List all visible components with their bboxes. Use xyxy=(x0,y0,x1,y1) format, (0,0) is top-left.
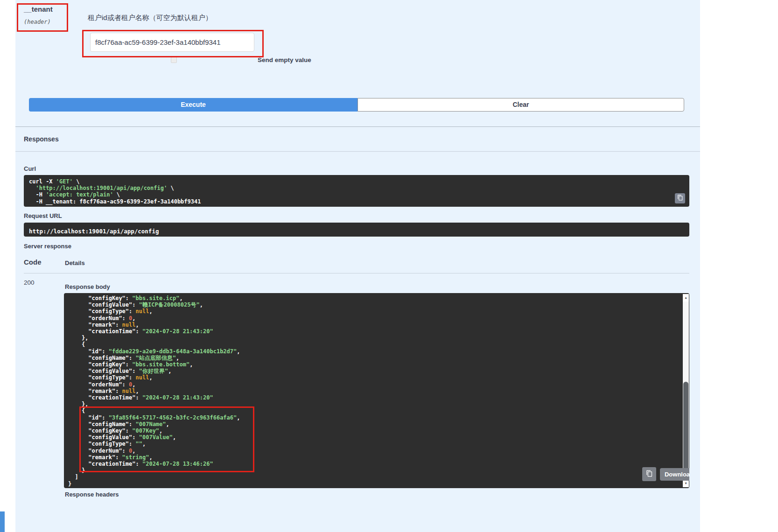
code-token xyxy=(68,441,88,447)
code-token: : xyxy=(129,374,135,381)
code-token: , xyxy=(179,295,182,301)
code-token: : xyxy=(129,355,135,361)
code-token: "remark" xyxy=(88,388,115,394)
code-token xyxy=(68,394,88,401)
code-token: : xyxy=(115,454,122,461)
code-token: "" xyxy=(136,441,142,447)
code-token: , xyxy=(149,374,152,381)
code-token: -H xyxy=(29,191,46,198)
tenant-input[interactable] xyxy=(90,33,254,52)
code-token: "2024-07-28 21:43:20" xyxy=(142,328,213,335)
code-line: "configName": "007Name", xyxy=(68,421,677,427)
code-line: "configValue": "赣ICP备20008025号", xyxy=(68,301,677,308)
response-body-label: Response body xyxy=(65,283,110,290)
code-token: : xyxy=(126,361,132,368)
code-token xyxy=(68,448,88,454)
response-body-block: "configKey": "bbs.site.icp", "configValu… xyxy=(64,293,689,488)
code-token xyxy=(68,308,88,315)
code-token xyxy=(68,295,88,301)
code-token: curl xyxy=(29,178,42,185)
code-token: , xyxy=(166,421,169,427)
code-line: "id": "fddae229-a2e9-ddb3-648a-3a140bc1b… xyxy=(68,348,677,355)
code-token: : xyxy=(136,328,142,335)
code-token: , xyxy=(168,368,171,374)
scroll-up-icon[interactable]: ▲ xyxy=(683,294,689,301)
code-token: "id" xyxy=(88,414,102,421)
code-token: , xyxy=(237,348,240,355)
code-token: , xyxy=(173,434,176,441)
code-token xyxy=(29,185,35,191)
code-line: "configKey": "bbs.site.icp", xyxy=(68,295,677,301)
code-token: "id" xyxy=(88,348,102,355)
curl-label: Curl xyxy=(24,165,36,172)
code-token: : xyxy=(122,448,129,454)
curl-command-block: curl -X 'GET' \ 'http://localhost:19001/… xyxy=(24,175,689,207)
send-empty-label: Send empty value xyxy=(258,56,311,63)
code-token: "configValue" xyxy=(88,368,132,374)
code-token: : xyxy=(129,441,135,447)
code-line: { xyxy=(68,407,677,414)
status-code: 200 xyxy=(24,279,35,286)
code-line: }, xyxy=(68,401,677,407)
code-token: : xyxy=(122,315,129,322)
code-token xyxy=(68,414,88,421)
code-line: "creationTime": "2024-07-28 21:43:20" xyxy=(68,394,677,401)
code-line: "orderNum": 0, xyxy=(68,315,677,322)
code-token: "creationTime" xyxy=(88,328,135,335)
code-line: 'http://localhost:19001/api/app/config' … xyxy=(29,185,671,191)
code-line: "configType": null, xyxy=(68,308,677,315)
code-token: "orderNum" xyxy=(88,381,122,388)
code-token: "2024-07-28 13:46:26" xyxy=(142,461,213,467)
code-token: "orderNum" xyxy=(88,315,122,322)
code-token: "configValue" xyxy=(88,434,132,441)
response-headers-label: Response headers xyxy=(65,491,119,498)
code-token: "configKey" xyxy=(88,427,125,434)
code-column-header: Code xyxy=(24,258,42,266)
code-token: "007Name" xyxy=(136,421,166,427)
clipboard-icon xyxy=(646,470,653,478)
code-token xyxy=(68,368,88,374)
code-token: : xyxy=(132,301,139,308)
responses-divider-bottom xyxy=(15,151,700,152)
code-token xyxy=(68,361,88,368)
code-token: "creationTime" xyxy=(88,461,135,467)
code-line: "configValue": "你好世界", xyxy=(68,368,677,374)
code-token: "remark" xyxy=(88,322,115,328)
code-token xyxy=(68,301,88,308)
code-token: , xyxy=(237,414,240,421)
code-token: , xyxy=(176,355,179,361)
code-token xyxy=(68,328,88,335)
code-token: "configType" xyxy=(88,308,129,315)
clear-button[interactable]: Clear xyxy=(357,98,684,112)
code-token: "站点底部信息" xyxy=(136,355,176,361)
details-column-header: Details xyxy=(65,259,85,266)
code-token: 'accept: text/plain' xyxy=(46,191,113,198)
code-token: \ xyxy=(113,191,120,198)
execute-button[interactable]: Execute xyxy=(29,98,357,112)
code-token: \ xyxy=(167,185,174,191)
code-token: : xyxy=(115,388,122,394)
code-line: -H 'accept: text/plain' \ xyxy=(29,191,671,198)
code-token xyxy=(68,315,88,322)
code-token: "bbs.site.icp" xyxy=(132,295,179,301)
code-token: : xyxy=(122,381,129,388)
code-token: null xyxy=(122,388,136,394)
code-token: , xyxy=(149,308,152,315)
response-scrollbar[interactable]: ▲ ▼ xyxy=(683,294,689,487)
code-token xyxy=(68,322,88,328)
code-token: }, xyxy=(68,401,88,407)
copy-curl-button[interactable] xyxy=(675,193,685,203)
code-token: \ xyxy=(73,178,79,185)
copy-response-button[interactable] xyxy=(642,467,656,481)
code-token: null xyxy=(136,308,149,315)
code-line: { xyxy=(68,341,677,348)
code-token: , xyxy=(132,315,135,322)
scrollbar-thumb[interactable] xyxy=(683,382,688,473)
code-token: "赣ICP备20008025号" xyxy=(139,301,200,308)
download-button[interactable]: Download xyxy=(660,468,689,481)
send-empty-checkbox[interactable] xyxy=(171,57,177,63)
scroll-down-icon[interactable]: ▼ xyxy=(683,480,689,487)
code-line: }, xyxy=(68,335,677,341)
code-token: : xyxy=(115,322,122,328)
code-token: ] xyxy=(68,474,78,480)
